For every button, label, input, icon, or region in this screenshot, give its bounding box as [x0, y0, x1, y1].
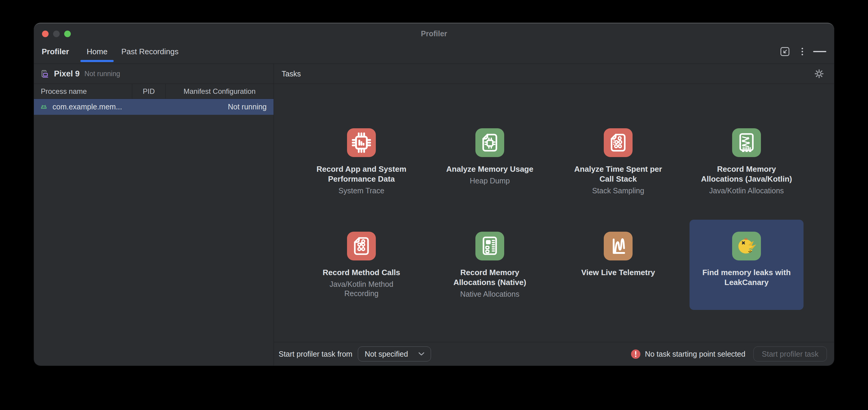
task-title: Record App and System Performance Data: [310, 164, 412, 184]
kebab-menu-icon[interactable]: [801, 47, 804, 56]
tasks-header-label: Tasks: [282, 70, 301, 78]
task-analyze-memory-usage[interactable]: Analyze Memory Usage Heap Dump: [433, 116, 547, 206]
task-subtitle: System Trace: [339, 186, 384, 196]
tab-past-recordings-label: Past Recordings: [121, 47, 179, 56]
tabbar-actions: [778, 45, 826, 58]
process-row[interactable]: com.example.mem... Not running: [34, 99, 274, 115]
footer-right: No task starting point selected Start pr…: [631, 346, 827, 362]
device-row: Pixel 9 Not running: [34, 64, 274, 84]
starting-point-value: Not specified: [365, 350, 408, 358]
tab-bar: Profiler Home Past Recordings: [34, 40, 834, 64]
warning-icon: [631, 349, 640, 359]
task-subtitle: Java/Kotlin Method Recording: [316, 280, 406, 298]
leakcanary-bird-icon: [732, 232, 761, 261]
main-content: Pixel 9 Not running Process name PID Man…: [34, 64, 834, 366]
telemetry-wave-icon: [604, 232, 632, 261]
window-controls: [42, 31, 71, 37]
profiler-window: Profiler Profiler Home Past Recordings: [34, 23, 834, 366]
tab-home-label: Home: [87, 47, 107, 56]
task-subtitle: Native Allocations: [460, 289, 519, 299]
native-allocations-icon: [475, 232, 504, 261]
close-window-button[interactable]: [42, 31, 49, 37]
callstack-document-icon: [604, 128, 632, 157]
ram-allocations-icon: [732, 128, 761, 157]
zoom-window-button[interactable]: [64, 31, 71, 37]
tool-window-label: Profiler: [42, 47, 69, 56]
task-record-allocations-native[interactable]: Record Memory Allocations (Native) Nativ…: [433, 220, 547, 310]
task-title: Record Memory Allocations (Native): [443, 268, 536, 287]
task-subtitle: Java/Kotlin Allocations: [709, 186, 784, 196]
warning-text: No task starting point selected: [645, 350, 745, 358]
task-record-method-calls[interactable]: Record Method Calls Java/Kotlin Method R…: [304, 220, 418, 310]
minimize-window-button[interactable]: [53, 31, 60, 37]
dock-window-icon[interactable]: [778, 45, 792, 58]
method-calls-document-icon: [347, 232, 376, 261]
task-record-app-system-performance[interactable]: Record App and System Performance Data S…: [304, 116, 418, 206]
task-view-live-telemetry[interactable]: View Live Telemetry: [561, 220, 675, 310]
footer-bar: Start profiler task from Not specified: [274, 342, 834, 366]
window-title: Profiler: [421, 29, 447, 38]
titlebar: Profiler: [34, 23, 834, 40]
starting-point-dropdown[interactable]: Not specified: [358, 346, 431, 362]
task-title: Find memory leaks with LeakCanary: [695, 268, 798, 287]
tasks-panel: Tasks: [274, 64, 834, 366]
hide-toolwindow-icon[interactable]: [813, 51, 826, 52]
task-analyze-time-spent[interactable]: Analyze Time Spent per Call Stack Stack …: [561, 116, 675, 206]
android-robot-icon: [39, 102, 49, 112]
device-name: Pixel 9: [54, 69, 80, 78]
tab-home[interactable]: Home: [80, 40, 114, 64]
device-status: Not running: [85, 70, 120, 78]
task-subtitle: Heap Dump: [470, 176, 509, 185]
task-find-memory-leaks-leakcanary[interactable]: Find memory leaks with LeakCanary: [689, 220, 804, 310]
chevron-down-icon: [418, 352, 425, 356]
task-title: View Live Telemetry: [581, 268, 655, 277]
column-pid: PID: [132, 84, 165, 99]
tab-past-recordings[interactable]: Past Recordings: [114, 40, 185, 64]
start-from-label: Start profiler task from: [279, 350, 352, 358]
process-table-header: Process name PID Manifest Configuration: [34, 84, 274, 99]
heap-dump-document-icon: [475, 128, 504, 157]
column-manifest-configuration: Manifest Configuration: [165, 84, 274, 99]
task-title: Analyze Memory Usage: [446, 164, 533, 174]
device-panel: Pixel 9 Not running Process name PID Man…: [34, 64, 274, 366]
cpu-performance-icon: [347, 128, 376, 157]
task-title: Record Memory Allocations (Java/Kotlin): [700, 164, 793, 184]
start-profiler-task-button[interactable]: Start profiler task: [753, 346, 827, 362]
task-grid: Record App and System Performance Data S…: [274, 84, 834, 342]
device-icon: [39, 68, 50, 79]
gear-icon[interactable]: [812, 67, 826, 81]
column-process-name: Process name: [34, 84, 132, 99]
task-title: Record Method Calls: [323, 268, 400, 277]
process-manifest-status: Not running: [228, 102, 267, 111]
task-record-allocations-java-kotlin[interactable]: Record Memory Allocations (Java/Kotlin) …: [689, 116, 804, 206]
process-name: com.example.mem...: [53, 102, 122, 111]
task-title: Analyze Time Spent per Call Stack: [567, 164, 669, 184]
tasks-header: Tasks: [274, 64, 834, 84]
task-subtitle: Stack Sampling: [592, 186, 644, 196]
